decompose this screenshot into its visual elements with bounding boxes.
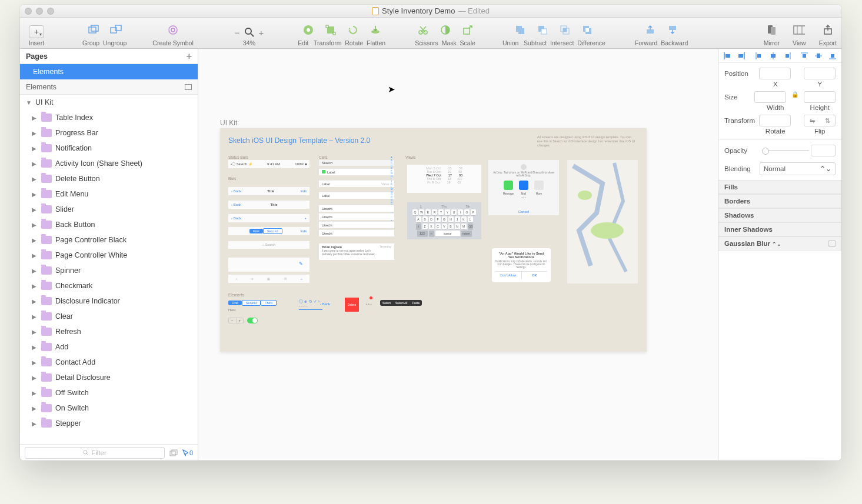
layer-item[interactable]: ▶Back Button bbox=[20, 217, 198, 232]
blur-checkbox[interactable] bbox=[828, 240, 836, 247]
chevron-right-icon[interactable]: ▶ bbox=[32, 283, 38, 289]
chevron-right-icon[interactable]: ▶ bbox=[32, 252, 38, 259]
artboard-uikit[interactable]: Sketch iOS UI Design Template – Version … bbox=[220, 128, 647, 352]
lock-icon[interactable]: 🔒 bbox=[790, 91, 800, 103]
layer-item[interactable]: ▶Refresh bbox=[20, 324, 198, 339]
forward-icon[interactable] bbox=[644, 24, 656, 36]
chevron-right-icon[interactable]: ▶ bbox=[32, 405, 38, 412]
layer-item[interactable]: ▶Page Controller White bbox=[20, 248, 198, 263]
inner-shadows-section[interactable]: Inner Shadows bbox=[718, 222, 841, 236]
layer-item[interactable]: ▶Edit Menu bbox=[20, 186, 198, 202]
magnify-icon[interactable] bbox=[244, 26, 255, 38]
chevron-right-icon[interactable]: ▶ bbox=[32, 313, 38, 320]
align-left-icon[interactable] bbox=[723, 52, 731, 60]
group-icon[interactable] bbox=[88, 24, 99, 36]
dist-right-icon[interactable] bbox=[783, 52, 791, 60]
layer-item[interactable]: ▶Spinner bbox=[20, 263, 198, 278]
dist-vcenter-icon[interactable] bbox=[814, 52, 823, 60]
zoom-out-icon[interactable]: − bbox=[235, 28, 240, 38]
opacity-input[interactable] bbox=[811, 145, 836, 156]
slice-count[interactable]: 0 bbox=[182, 449, 193, 456]
chevron-right-icon[interactable]: ▶ bbox=[32, 161, 38, 167]
artboard-icon[interactable] bbox=[185, 84, 192, 90]
chevron-right-icon[interactable]: ▶ bbox=[32, 390, 38, 396]
layer-item[interactable]: ▶Detail Disclosure bbox=[20, 370, 198, 385]
edit-icon[interactable] bbox=[302, 24, 314, 36]
chevron-right-icon[interactable]: ▶ bbox=[32, 344, 38, 351]
difference-icon[interactable] bbox=[581, 24, 593, 36]
chevron-down-icon[interactable]: ▼ bbox=[26, 99, 32, 106]
layer-item[interactable]: ▶Page Controller Black bbox=[20, 232, 198, 248]
chevron-right-icon[interactable]: ▶ bbox=[32, 206, 38, 213]
intersect-icon[interactable] bbox=[559, 24, 571, 36]
layer-item[interactable]: ▶Table Index bbox=[20, 110, 198, 125]
insert-button[interactable]: + bbox=[29, 25, 44, 38]
blur-section[interactable]: Gaussian Blur ⌃⌄ bbox=[718, 236, 841, 251]
layer-item[interactable]: ▶Stepper bbox=[20, 416, 198, 431]
export-icon[interactable] bbox=[822, 24, 834, 36]
chevron-right-icon[interactable]: ▶ bbox=[32, 130, 38, 136]
ungroup-icon[interactable] bbox=[110, 24, 122, 36]
fills-section[interactable]: Fills bbox=[718, 180, 841, 194]
chevron-right-icon[interactable]: ▶ bbox=[32, 115, 38, 121]
flatten-icon[interactable] bbox=[370, 24, 381, 36]
dist-top-icon[interactable] bbox=[800, 52, 808, 60]
pos-y-input[interactable] bbox=[804, 68, 836, 79]
layer-item[interactable]: ▶Delete Button bbox=[20, 171, 198, 186]
chevron-right-icon[interactable]: ▶ bbox=[32, 145, 38, 152]
copy-icon[interactable] bbox=[169, 449, 178, 456]
mirror-icon[interactable] bbox=[766, 24, 777, 36]
opacity-slider[interactable] bbox=[762, 150, 809, 151]
rotate-input[interactable] bbox=[759, 115, 791, 126]
pos-x-input[interactable] bbox=[759, 68, 791, 79]
subtract-icon[interactable] bbox=[537, 24, 548, 36]
layer-item[interactable]: ▶Disclosure Indicator bbox=[20, 293, 198, 309]
dist-left-icon[interactable] bbox=[755, 52, 763, 60]
rotate-icon[interactable] bbox=[347, 24, 359, 36]
chevron-right-icon[interactable]: ▶ bbox=[32, 359, 38, 366]
view-icon[interactable] bbox=[793, 24, 805, 36]
mask-icon[interactable] bbox=[440, 24, 451, 36]
blending-select[interactable]: Normal⌃⌄ bbox=[760, 162, 836, 175]
shadows-section[interactable]: Shadows bbox=[718, 208, 841, 222]
transform-icon[interactable] bbox=[325, 24, 337, 36]
create-symbol-icon[interactable] bbox=[167, 24, 179, 36]
chevron-right-icon[interactable]: ▶ bbox=[32, 191, 38, 198]
scale-icon[interactable] bbox=[462, 24, 474, 36]
layer-item[interactable]: ▶Notification bbox=[20, 141, 198, 156]
layer-item[interactable]: ▶Add bbox=[20, 339, 198, 355]
chevron-right-icon[interactable]: ▶ bbox=[32, 237, 38, 243]
layer-uikit[interactable]: ▼ UI Kit bbox=[20, 95, 198, 110]
dist-bottom-icon[interactable] bbox=[828, 52, 837, 60]
chevron-right-icon[interactable]: ▶ bbox=[32, 222, 38, 228]
page-elements[interactable]: Elements bbox=[20, 64, 198, 79]
layer-item[interactable]: ▶Off Switch bbox=[20, 385, 198, 400]
add-page-icon[interactable]: + bbox=[187, 51, 192, 62]
height-input[interactable] bbox=[804, 91, 836, 103]
layer-item[interactable]: ▶Progress Bar bbox=[20, 125, 198, 141]
filter-input[interactable]: Filter bbox=[25, 447, 165, 459]
layer-item[interactable]: ▶On Switch bbox=[20, 400, 198, 416]
scissors-icon[interactable] bbox=[417, 24, 429, 36]
chevron-right-icon[interactable]: ▶ bbox=[32, 298, 38, 305]
zoom-in-icon[interactable]: + bbox=[259, 28, 264, 38]
layer-item[interactable]: ▶Activity Icon (Share Sheet) bbox=[20, 156, 198, 171]
backward-icon[interactable] bbox=[667, 24, 678, 36]
align-right-icon[interactable] bbox=[737, 52, 745, 60]
canvas[interactable]: ➤ UI Kit Sketch iOS UI Design Template –… bbox=[198, 49, 718, 460]
width-input[interactable] bbox=[754, 91, 786, 103]
borders-section[interactable]: Borders bbox=[718, 194, 841, 208]
layer-item[interactable]: ▶Slider bbox=[20, 202, 198, 217]
chevron-right-icon[interactable]: ▶ bbox=[32, 329, 38, 335]
layer-item[interactable]: ▶Contact Add bbox=[20, 355, 198, 370]
layer-item[interactable]: ▶Checkmark bbox=[20, 278, 198, 293]
artboard-title[interactable]: UI Kit bbox=[220, 119, 237, 127]
layer-item[interactable]: ▶Clear bbox=[20, 309, 198, 324]
chevron-right-icon[interactable]: ▶ bbox=[32, 420, 38, 427]
chevron-right-icon[interactable]: ▶ bbox=[32, 268, 38, 274]
union-icon[interactable] bbox=[514, 24, 526, 36]
chevron-right-icon[interactable]: ▶ bbox=[32, 176, 38, 182]
dist-hcenter-icon[interactable] bbox=[769, 52, 777, 60]
flip-buttons[interactable]: ⇋⇅ bbox=[804, 115, 836, 126]
chevron-right-icon[interactable]: ▶ bbox=[32, 375, 38, 381]
